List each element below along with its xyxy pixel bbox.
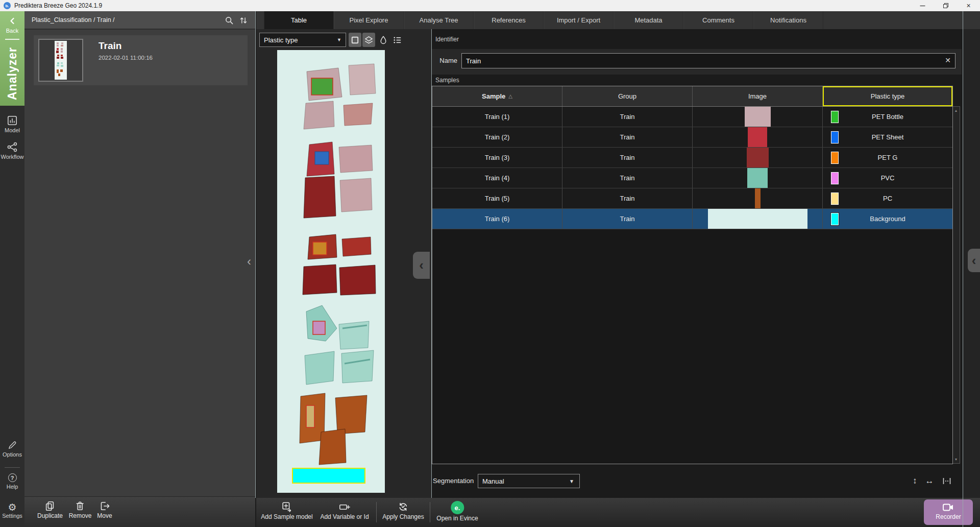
back-button[interactable]: Back: [0, 28, 24, 34]
cell-plastic-type[interactable]: PET Bottle: [823, 107, 952, 127]
add-sample-model-button[interactable]: Add Sample model: [261, 501, 312, 520]
column-header-group[interactable]: Group: [562, 86, 693, 106]
cell-group[interactable]: Train: [562, 107, 693, 127]
cell-sample[interactable]: Train (3): [432, 148, 562, 167]
search-icon[interactable]: [225, 16, 234, 25]
column-header-plastic-type[interactable]: Plastic type: [823, 86, 952, 106]
table-scrollbar[interactable]: ▲ ▼: [953, 106, 960, 464]
tab-notifications[interactable]: Notifications: [753, 11, 823, 29]
dataset-item-train[interactable]: Train 2022-02-01 11:00:16: [34, 35, 248, 85]
cell-group[interactable]: Train: [562, 127, 693, 147]
sample-row-train-3[interactable]: Train (3)TrainPET G: [432, 148, 952, 168]
panel-divider[interactable]: [431, 29, 432, 498]
cell-image[interactable]: [693, 148, 823, 167]
sample-strip-image[interactable]: [277, 50, 385, 493]
overlay-type-dropdown[interactable]: Plastic type ▼: [259, 33, 346, 47]
cell-group[interactable]: Train: [562, 168, 693, 188]
panel-divider[interactable]: [255, 11, 256, 498]
column-header-image[interactable]: Image: [693, 86, 823, 106]
cell-plastic-type[interactable]: PC: [823, 188, 952, 208]
cell-plastic-type[interactable]: Background: [823, 209, 952, 229]
cell-image[interactable]: [693, 107, 823, 127]
sample-image-thumb: [755, 188, 761, 208]
cell-image[interactable]: [693, 168, 823, 188]
sidebar-item-model[interactable]: Model: [0, 115, 24, 133]
fit-vertical-icon[interactable]: ↕: [913, 476, 917, 486]
pencil-icon: [7, 440, 17, 450]
layers-toggle-button[interactable]: [362, 33, 375, 47]
contrast-droplet-button[interactable]: [377, 33, 389, 47]
cell-group[interactable]: Train: [562, 209, 693, 229]
cell-sample[interactable]: Train (4): [432, 168, 562, 188]
sample-image-thumb: [745, 107, 771, 127]
close-icon: ×: [966, 2, 970, 10]
clear-name-icon[interactable]: ✕: [945, 56, 951, 64]
collapse-viewer-handle[interactable]: ‹: [413, 252, 430, 279]
column-header-sample[interactable]: Sample△: [432, 86, 562, 106]
dataset-timestamp: 2022-02-01 11:00:16: [99, 55, 153, 61]
plastic-type-label: PET Bottle: [872, 113, 903, 121]
sample-row-train-2[interactable]: Train (2)TrainPET Sheet: [432, 127, 952, 148]
cell-group[interactable]: Train: [562, 148, 693, 167]
video-camera-icon: [942, 502, 955, 513]
cell-sample[interactable]: Train (5): [432, 188, 562, 208]
column-width-icon[interactable]: [942, 476, 951, 486]
cell-sample[interactable]: Train (6): [432, 209, 562, 229]
recorder-button[interactable]: Recorder: [924, 499, 973, 525]
open-in-evince-button[interactable]: e. Open in Evince: [436, 501, 478, 522]
plastic-type-label: PVC: [881, 174, 895, 182]
cell-plastic-type[interactable]: PET G: [823, 148, 952, 167]
tab-import-export[interactable]: Import / Export: [544, 11, 614, 29]
move-button[interactable]: Move: [97, 500, 112, 519]
divider: [5, 39, 19, 40]
remove-button[interactable]: Remove: [69, 500, 92, 519]
breadcrumb[interactable]: Plastic_Classification / Train /: [32, 16, 115, 23]
sample-row-train-1[interactable]: Train (1)TrainPET Bottle: [432, 107, 952, 127]
selection-rect-tool-button[interactable]: [349, 33, 361, 47]
scroll-up-icon[interactable]: ▲: [953, 109, 959, 112]
apply-changes-button[interactable]: Apply Changes: [382, 501, 424, 520]
sidebar-item-help[interactable]: ? Help: [0, 473, 24, 490]
cell-plastic-type[interactable]: PVC: [823, 168, 952, 188]
cell-plastic-type[interactable]: PET Sheet: [823, 127, 952, 147]
add-variable-button[interactable]: Add Variable or Id: [320, 501, 369, 520]
sample-row-train-5[interactable]: Train (5)TrainPC: [432, 188, 952, 209]
cell-group[interactable]: Train: [562, 188, 693, 208]
tab-pixel-explore[interactable]: Pixel Explore: [334, 11, 404, 29]
name-input[interactable]: [461, 53, 955, 68]
close-button[interactable]: ×: [957, 0, 980, 11]
tab-comments[interactable]: Comments: [683, 11, 753, 29]
fit-horizontal-icon[interactable]: ↔: [925, 476, 934, 486]
scroll-down-icon[interactable]: ▼: [953, 458, 959, 461]
cell-image[interactable]: [693, 188, 823, 208]
tab-references[interactable]: References: [474, 11, 544, 29]
sort-indicator-icon: △: [508, 93, 512, 99]
restore-button[interactable]: [934, 0, 957, 11]
cell-image[interactable]: [693, 209, 823, 229]
tab-metadata[interactable]: Metadata: [614, 11, 683, 29]
sidebar-item-options[interactable]: Options: [0, 440, 24, 458]
tab-analyse-tree[interactable]: Analyse Tree: [404, 11, 474, 29]
legend-list-button[interactable]: [391, 33, 404, 47]
tab-table[interactable]: Table: [264, 11, 334, 29]
add-sample-model-icon: [281, 501, 292, 513]
cell-sample[interactable]: Train (2): [432, 127, 562, 147]
sample-row-train-6[interactable]: Train (6)TrainBackground: [432, 209, 952, 229]
duplicate-button[interactable]: Duplicate: [37, 500, 63, 519]
dataset-thumbnail: [38, 39, 83, 82]
sample-row-train-4[interactable]: Train (4)TrainPVC: [432, 168, 952, 188]
analyzer-mode-section[interactable]: Back Analyzer: [0, 11, 24, 106]
sidebar-item-workflow[interactable]: Workflow: [0, 141, 24, 160]
panel-divider[interactable]: [963, 11, 963, 527]
duplicate-icon: [44, 500, 56, 512]
sidebar-item-settings[interactable]: ⚙ Settings: [0, 502, 24, 519]
square-icon: [350, 35, 360, 45]
cell-image[interactable]: [693, 127, 823, 147]
sort-icon[interactable]: [239, 16, 248, 25]
collapse-left-panel-icon[interactable]: ‹: [247, 255, 251, 268]
segmentation-dropdown[interactable]: Manual ▼: [478, 474, 580, 488]
back-chevron-icon[interactable]: [9, 17, 15, 25]
minimize-button[interactable]: [911, 0, 934, 11]
collapse-right-handle[interactable]: ‹: [968, 249, 980, 272]
cell-sample[interactable]: Train (1): [432, 107, 562, 127]
